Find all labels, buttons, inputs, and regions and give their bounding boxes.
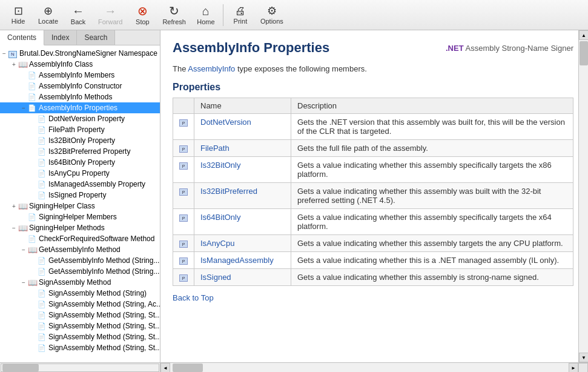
prop-name-cell-is32bitonly: Is32BitOnly: [194, 157, 291, 183]
prop-name-link-issigned[interactable]: IsSigned: [200, 273, 231, 282]
prop-name-link-isanycpu[interactable]: IsAnyCpu: [200, 239, 234, 248]
tree-item-sh-signasm-str2[interactable]: 📄SignAssembly Method (String, Ac...: [0, 299, 160, 310]
h-scroll-left[interactable]: ◄: [160, 363, 170, 372]
tree-item-sh-class[interactable]: +📖SigningHelper Class: [0, 201, 160, 211]
tree-item-sh-checkforreq[interactable]: 📄CheckForRequiredSoftware Method: [0, 233, 160, 244]
locate-button[interactable]: ⊕ Locate: [34, 2, 62, 28]
tree-toggle-sh-signasm: −: [19, 279, 28, 286]
tree-item-ai-is64bit-prop[interactable]: 📄Is64BitOnly Property: [0, 157, 160, 168]
h-scroll-right[interactable]: ►: [569, 363, 578, 372]
tab-search[interactable]: Search: [77, 30, 115, 45]
prop-type-icon: P: [179, 145, 188, 153]
type-link[interactable]: AssemblyInfo: [188, 64, 235, 73]
tree-label-ns: Brutal.Dev.StrongNameSigner Namespace: [19, 49, 157, 58]
stop-button[interactable]: ⊗ Stop: [129, 2, 156, 28]
tree-item-sh-signasm-str5[interactable]: 📄SignAssembly Method (String, St...: [0, 331, 160, 342]
v-scroll-down[interactable]: ▼: [579, 353, 588, 362]
tab-contents[interactable]: Contents: [0, 30, 44, 45]
prop-icon-cell-filepath: P: [173, 140, 194, 157]
tree-item-ai-issigned-prop[interactable]: 📄IsSigned Property: [0, 190, 160, 201]
toolbar-separator: [223, 4, 223, 26]
forward-button[interactable]: → Forward: [94, 2, 127, 28]
tree-item-ai-ctor[interactable]: 📄AssemblyInfo Constructor: [0, 81, 160, 91]
tree-item-sh-getasm-str2[interactable]: 📄GetAssemblyInfo Method (String...: [0, 266, 160, 277]
tree-toggle-sh-class: +: [10, 203, 18, 210]
tree-item-sh-members[interactable]: 📄SigningHelper Members: [0, 211, 160, 222]
h-scroll-track-bottom[interactable]: [170, 363, 569, 372]
book-icon: 📖: [28, 245, 38, 254]
tree-item-sh-methods[interactable]: −📖SigningHelper Methods: [0, 222, 160, 233]
prop-name-cell-filepath: FilePath: [194, 140, 291, 157]
hide-button[interactable]: ⊡ Hide: [5, 2, 31, 28]
tab-index[interactable]: Index: [44, 30, 77, 45]
tree-item-ai-isanycpu-prop[interactable]: 📄IsAnyCpu Property: [0, 168, 160, 179]
prop-name-cell-isanycpu: IsAnyCpu: [194, 235, 291, 252]
page-icon: 📄: [38, 322, 47, 330]
page-icon: 📄: [38, 300, 47, 308]
brand-tag: .NET Assembly Strong-Name Signer: [446, 44, 573, 53]
print-button[interactable]: 🖨 Print: [227, 2, 254, 28]
col-desc-header: Description: [291, 98, 573, 114]
properties-table: Name Description PDotNetVersionGets the …: [173, 98, 573, 286]
tree-item-sh-signasm-str3[interactable]: 📄SignAssembly Method (String, St...: [0, 310, 160, 321]
page-icon: 📄: [28, 82, 38, 90]
prop-icon-cell-is32bitonly: P: [173, 157, 194, 183]
tree-item-ai-members[interactable]: 📄AssemblyInfo Members: [0, 70, 160, 81]
page-icon: 📄: [38, 191, 47, 199]
tree-label-sh-signasm-str1: SignAssembly Method (String): [48, 289, 147, 297]
v-scroll-up[interactable]: ▲: [579, 30, 588, 40]
prop-name-link-is64bitonly[interactable]: Is64BitOnly: [200, 213, 240, 222]
page-icon: 📄: [38, 147, 47, 156]
right-panel: AssemblyInfo Properties .NET Assembly St…: [160, 30, 588, 372]
prop-desc-cell-is32bitonly: Gets a value indicating whether this ass…: [291, 157, 573, 183]
v-scroll-track[interactable]: [579, 40, 588, 353]
prop-name-link-dotnetversion[interactable]: DotNetVersion: [200, 118, 251, 127]
tree-label-sh-signasm-str5: SignAssembly Method (String, St...: [48, 333, 160, 341]
tree-item-sh-signasm[interactable]: −📖SignAssembly Method: [0, 277, 160, 288]
locate-icon: ⊕: [44, 5, 53, 16]
tree-item-ns[interactable]: −NBrutal.Dev.StrongNameSigner Namespace: [0, 48, 160, 59]
tree-item-sh-getasm-str[interactable]: 📄GetAssemblyInfo Method (String...: [0, 255, 160, 266]
home-button[interactable]: ⌂ Home: [193, 2, 219, 28]
tree-item-sh-getasm[interactable]: −📖GetAssemblyInfo Method: [0, 244, 160, 255]
prop-name-link-ismanagedassembly[interactable]: IsManagedAssembly: [200, 256, 274, 265]
tree-label-ai-isanycpu-prop: IsAnyCpu Property: [48, 169, 110, 178]
prop-type-icon: P: [179, 162, 188, 170]
page-icon: 📄: [28, 213, 38, 221]
refresh-button[interactable]: ↻ Refresh: [158, 2, 190, 28]
prop-icon-cell-is64bitonly: P: [173, 209, 194, 235]
tree-item-sh-signasm-str6[interactable]: 📄SignAssembly Method (String, St...: [0, 342, 160, 353]
tree-item-sh-signasm-str4[interactable]: 📄SignAssembly Method (String, St...: [0, 321, 160, 331]
main-container: Contents Index Search −NBrutal.Dev.Stron…: [0, 30, 588, 372]
tree-item-sh-signasm-str1[interactable]: 📄SignAssembly Method (String): [0, 288, 160, 299]
tree-toggle-ns: −: [0, 50, 8, 57]
prop-desc-cell-ismanagedassembly: Gets a value indicating whether this is …: [291, 252, 573, 269]
page-icon: 📄: [38, 333, 47, 341]
options-button[interactable]: ⚙ Options: [256, 2, 288, 28]
tree-item-ai-is32bitpref-prop[interactable]: 📄Is32BitPreferred Property: [0, 146, 160, 157]
tree-label-sh-checkforreq: CheckForRequiredSoftware Method: [39, 234, 154, 243]
col-name-header: Name: [194, 98, 291, 114]
tree-item-ai-dotnetver-prop[interactable]: 📄DotNetVersion Property: [0, 113, 160, 124]
tree-toggle-sh-getasm: −: [19, 247, 28, 253]
tree-item-ai-props[interactable]: −📄AssemblyInfo Properties: [0, 102, 160, 113]
back-button[interactable]: ← Back: [65, 2, 91, 28]
tree-item-ai-ismanagedasm-prop[interactable]: 📄IsManagedAssembly Property: [0, 179, 160, 190]
prop-icon-cell-dotnetversion: P: [173, 114, 194, 140]
prop-type-icon: P: [179, 241, 188, 248]
tree-item-ai-methods[interactable]: 📄AssemblyInfo Methods: [0, 91, 160, 102]
prop-name-link-is32bitonly[interactable]: Is32BitOnly: [200, 161, 240, 170]
tree-container[interactable]: −NBrutal.Dev.StrongNameSigner Namespace+…: [0, 45, 160, 362]
back-to-top-link[interactable]: Back to Top: [173, 293, 573, 302]
tree-label-ai-is64bit-prop: Is64BitOnly Property: [48, 158, 115, 167]
prop-name-link-filepath[interactable]: FilePath: [200, 144, 230, 153]
tree-item-ai-is32bit-prop[interactable]: 📄Is32BitOnly Property: [0, 135, 160, 146]
tree-toggle-ai-props: −: [19, 105, 28, 111]
tree-item-ai-class[interactable]: +📖AssemblyInfo Class: [0, 59, 160, 70]
options-icon: ⚙: [267, 5, 277, 16]
left-h-scrollbar[interactable]: [1, 364, 159, 372]
prop-name-link-is32bitpreferred[interactable]: Is32BitPreferred: [200, 187, 257, 196]
tree-item-ai-filepath-prop[interactable]: 📄FilePath Property: [0, 124, 160, 135]
tree-label-sh-class: SigningHelper Class: [29, 202, 95, 210]
tree-label-ai-props: AssemblyInfo Properties: [39, 104, 117, 112]
